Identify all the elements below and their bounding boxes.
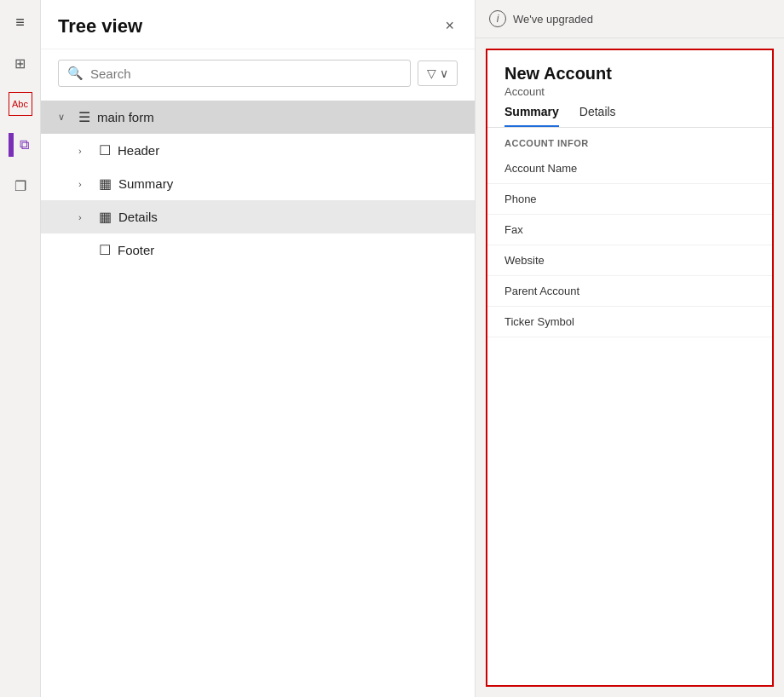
search-input[interactable] [90,66,401,81]
layers-icon[interactable]: ⧉ [9,133,32,157]
details-label: Details [118,210,158,224]
summary-label: Summary [118,176,173,191]
footer-icon: ☐ [99,242,111,258]
info-icon: i [489,10,506,27]
chevron-icon: ∨ [440,66,448,80]
form-tabs: Summary Details [487,98,772,128]
field-row-fax: Fax [487,215,772,245]
form-preview-panel: i We've upgraded New Account Account Sum… [476,0,784,697]
search-icon: 🔍 [67,66,84,81]
field-row-ticker-symbol: Ticker Symbol [487,307,772,337]
details-icon: ▦ [99,209,112,225]
tree-item-details[interactable]: › ▦ Details [41,200,475,233]
field-label-account-name: Account Name [504,162,755,175]
expand-arrow-summary: › [78,179,92,189]
form-card: New Account Account Summary Details ACCO… [486,49,774,687]
tree-content: ∨ ☰ main form › ☐ Header › ▦ Summary › ▦… [41,97,475,697]
field-label-ticker-symbol: Ticker Symbol [504,315,755,328]
tree-item-main-form[interactable]: ∨ ☰ main form [41,101,475,134]
search-bar-container: 🔍 ▽ ∨ [41,49,475,97]
field-row-parent-account: Parent Account [487,276,772,307]
form-section-label: ACCOUNT INFOR [487,128,772,153]
form-card-header: New Account Account [487,50,772,98]
banner-text: We've upgraded [513,13,593,26]
filter-button[interactable]: ▽ ∨ [418,60,458,86]
tree-view-panel: Tree view × 🔍 ▽ ∨ ∨ ☰ main form › ☐ Head… [41,0,476,697]
tree-view-header: Tree view × [41,0,475,49]
summary-icon: ▦ [99,176,112,192]
text-icon[interactable]: Abc [9,92,32,116]
main-form-label: main form [97,110,154,124]
form-card-subtitle: Account [504,85,755,98]
header-icon: ☐ [99,142,111,158]
field-label-fax: Fax [504,223,755,236]
tree-view-title: Tree view [58,15,142,37]
hamburger-icon[interactable]: ≡ [9,10,32,34]
grid-icon[interactable]: ⊞ [9,51,32,75]
form-card-title: New Account [504,64,755,84]
tree-item-header[interactable]: › ☐ Header [41,134,475,167]
field-label-website: Website [504,254,755,267]
field-row-account-name: Account Name [487,153,772,184]
tree-item-footer[interactable]: › ☐ Footer [41,233,475,267]
field-label-parent-account: Parent Account [504,285,755,297]
tab-details[interactable]: Details [579,105,616,127]
copy-icon[interactable]: ❐ [9,174,32,198]
field-row-phone: Phone [487,184,772,215]
expand-arrow-details: › [78,212,92,222]
search-input-wrapper: 🔍 [58,60,411,87]
tree-item-summary[interactable]: › ▦ Summary [41,167,475,200]
header-label: Header [118,143,159,158]
left-sidebar: ≡ ⊞ Abc ⧉ ❐ [0,0,41,697]
field-label-phone: Phone [504,193,755,205]
footer-label: Footer [118,243,154,257]
filter-icon: ▽ [427,66,436,80]
top-banner: i We've upgraded [476,0,784,38]
field-row-website: Website [487,245,772,276]
form-icon: ☰ [78,109,90,125]
expand-arrow-main-form: ∨ [58,112,72,123]
expand-arrow-header: › [78,146,92,156]
close-button[interactable]: × [441,14,458,38]
tab-summary[interactable]: Summary [504,105,559,127]
